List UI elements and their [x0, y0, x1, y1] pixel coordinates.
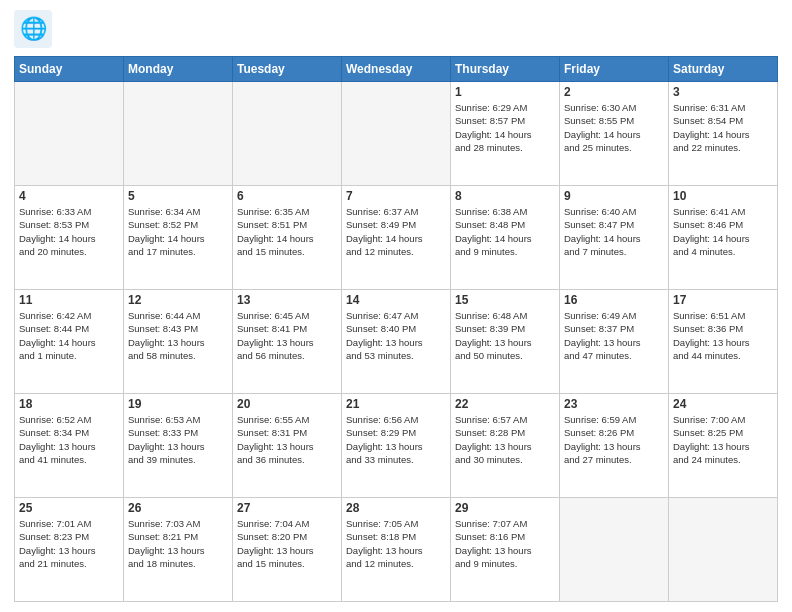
day-info: Sunrise: 6:45 AM Sunset: 8:41 PM Dayligh…	[237, 309, 337, 362]
calendar-cell: 17Sunrise: 6:51 AM Sunset: 8:36 PM Dayli…	[669, 290, 778, 394]
day-number: 17	[673, 293, 773, 307]
calendar-cell: 20Sunrise: 6:55 AM Sunset: 8:31 PM Dayli…	[233, 394, 342, 498]
calendar-cell: 3Sunrise: 6:31 AM Sunset: 8:54 PM Daylig…	[669, 82, 778, 186]
day-info: Sunrise: 6:48 AM Sunset: 8:39 PM Dayligh…	[455, 309, 555, 362]
day-info: Sunrise: 6:33 AM Sunset: 8:53 PM Dayligh…	[19, 205, 119, 258]
header: 🌐	[14, 10, 778, 52]
calendar-cell: 7Sunrise: 6:37 AM Sunset: 8:49 PM Daylig…	[342, 186, 451, 290]
logo: 🌐	[14, 10, 56, 52]
day-info: Sunrise: 6:31 AM Sunset: 8:54 PM Dayligh…	[673, 101, 773, 154]
day-info: Sunrise: 6:55 AM Sunset: 8:31 PM Dayligh…	[237, 413, 337, 466]
day-number: 13	[237, 293, 337, 307]
day-number: 24	[673, 397, 773, 411]
calendar-cell: 11Sunrise: 6:42 AM Sunset: 8:44 PM Dayli…	[15, 290, 124, 394]
calendar-cell: 18Sunrise: 6:52 AM Sunset: 8:34 PM Dayli…	[15, 394, 124, 498]
day-info: Sunrise: 6:51 AM Sunset: 8:36 PM Dayligh…	[673, 309, 773, 362]
calendar-cell	[124, 82, 233, 186]
day-number: 18	[19, 397, 119, 411]
weekday-header-tuesday: Tuesday	[233, 57, 342, 82]
calendar-cell: 16Sunrise: 6:49 AM Sunset: 8:37 PM Dayli…	[560, 290, 669, 394]
day-number: 16	[564, 293, 664, 307]
day-number: 19	[128, 397, 228, 411]
calendar-cell: 23Sunrise: 6:59 AM Sunset: 8:26 PM Dayli…	[560, 394, 669, 498]
day-info: Sunrise: 6:38 AM Sunset: 8:48 PM Dayligh…	[455, 205, 555, 258]
day-info: Sunrise: 6:56 AM Sunset: 8:29 PM Dayligh…	[346, 413, 446, 466]
day-info: Sunrise: 7:03 AM Sunset: 8:21 PM Dayligh…	[128, 517, 228, 570]
day-number: 4	[19, 189, 119, 203]
weekday-header-monday: Monday	[124, 57, 233, 82]
calendar-cell: 13Sunrise: 6:45 AM Sunset: 8:41 PM Dayli…	[233, 290, 342, 394]
week-row-1: 1Sunrise: 6:29 AM Sunset: 8:57 PM Daylig…	[15, 82, 778, 186]
calendar-cell	[669, 498, 778, 602]
day-info: Sunrise: 6:52 AM Sunset: 8:34 PM Dayligh…	[19, 413, 119, 466]
weekday-header-wednesday: Wednesday	[342, 57, 451, 82]
calendar-cell	[15, 82, 124, 186]
weekday-header-friday: Friday	[560, 57, 669, 82]
day-number: 1	[455, 85, 555, 99]
day-info: Sunrise: 6:35 AM Sunset: 8:51 PM Dayligh…	[237, 205, 337, 258]
day-info: Sunrise: 6:47 AM Sunset: 8:40 PM Dayligh…	[346, 309, 446, 362]
logo-icon: 🌐	[14, 10, 52, 48]
calendar-cell: 4Sunrise: 6:33 AM Sunset: 8:53 PM Daylig…	[15, 186, 124, 290]
calendar-cell: 19Sunrise: 6:53 AM Sunset: 8:33 PM Dayli…	[124, 394, 233, 498]
calendar-cell: 12Sunrise: 6:44 AM Sunset: 8:43 PM Dayli…	[124, 290, 233, 394]
day-number: 8	[455, 189, 555, 203]
calendar-cell: 27Sunrise: 7:04 AM Sunset: 8:20 PM Dayli…	[233, 498, 342, 602]
day-number: 26	[128, 501, 228, 515]
day-info: Sunrise: 7:05 AM Sunset: 8:18 PM Dayligh…	[346, 517, 446, 570]
calendar-cell: 24Sunrise: 7:00 AM Sunset: 8:25 PM Dayli…	[669, 394, 778, 498]
calendar-cell: 8Sunrise: 6:38 AM Sunset: 8:48 PM Daylig…	[451, 186, 560, 290]
calendar-cell: 9Sunrise: 6:40 AM Sunset: 8:47 PM Daylig…	[560, 186, 669, 290]
week-row-4: 18Sunrise: 6:52 AM Sunset: 8:34 PM Dayli…	[15, 394, 778, 498]
week-row-3: 11Sunrise: 6:42 AM Sunset: 8:44 PM Dayli…	[15, 290, 778, 394]
day-info: Sunrise: 7:07 AM Sunset: 8:16 PM Dayligh…	[455, 517, 555, 570]
day-number: 3	[673, 85, 773, 99]
day-number: 21	[346, 397, 446, 411]
day-info: Sunrise: 6:57 AM Sunset: 8:28 PM Dayligh…	[455, 413, 555, 466]
day-number: 22	[455, 397, 555, 411]
day-number: 20	[237, 397, 337, 411]
calendar-cell: 21Sunrise: 6:56 AM Sunset: 8:29 PM Dayli…	[342, 394, 451, 498]
day-number: 12	[128, 293, 228, 307]
calendar-cell: 28Sunrise: 7:05 AM Sunset: 8:18 PM Dayli…	[342, 498, 451, 602]
day-info: Sunrise: 6:29 AM Sunset: 8:57 PM Dayligh…	[455, 101, 555, 154]
calendar: SundayMondayTuesdayWednesdayThursdayFrid…	[14, 56, 778, 602]
day-number: 5	[128, 189, 228, 203]
calendar-cell: 15Sunrise: 6:48 AM Sunset: 8:39 PM Dayli…	[451, 290, 560, 394]
week-row-5: 25Sunrise: 7:01 AM Sunset: 8:23 PM Dayli…	[15, 498, 778, 602]
day-number: 6	[237, 189, 337, 203]
day-info: Sunrise: 6:30 AM Sunset: 8:55 PM Dayligh…	[564, 101, 664, 154]
calendar-cell: 29Sunrise: 7:07 AM Sunset: 8:16 PM Dayli…	[451, 498, 560, 602]
calendar-cell: 5Sunrise: 6:34 AM Sunset: 8:52 PM Daylig…	[124, 186, 233, 290]
day-number: 9	[564, 189, 664, 203]
svg-text:🌐: 🌐	[20, 15, 48, 42]
weekday-header-saturday: Saturday	[669, 57, 778, 82]
day-number: 29	[455, 501, 555, 515]
weekday-header-thursday: Thursday	[451, 57, 560, 82]
calendar-cell: 26Sunrise: 7:03 AM Sunset: 8:21 PM Dayli…	[124, 498, 233, 602]
weekday-header-sunday: Sunday	[15, 57, 124, 82]
day-info: Sunrise: 6:59 AM Sunset: 8:26 PM Dayligh…	[564, 413, 664, 466]
day-info: Sunrise: 6:40 AM Sunset: 8:47 PM Dayligh…	[564, 205, 664, 258]
day-info: Sunrise: 6:34 AM Sunset: 8:52 PM Dayligh…	[128, 205, 228, 258]
weekday-header-row: SundayMondayTuesdayWednesdayThursdayFrid…	[15, 57, 778, 82]
day-info: Sunrise: 6:42 AM Sunset: 8:44 PM Dayligh…	[19, 309, 119, 362]
day-info: Sunrise: 7:01 AM Sunset: 8:23 PM Dayligh…	[19, 517, 119, 570]
calendar-cell	[342, 82, 451, 186]
calendar-cell: 22Sunrise: 6:57 AM Sunset: 8:28 PM Dayli…	[451, 394, 560, 498]
day-number: 25	[19, 501, 119, 515]
day-info: Sunrise: 6:44 AM Sunset: 8:43 PM Dayligh…	[128, 309, 228, 362]
day-info: Sunrise: 6:41 AM Sunset: 8:46 PM Dayligh…	[673, 205, 773, 258]
week-row-2: 4Sunrise: 6:33 AM Sunset: 8:53 PM Daylig…	[15, 186, 778, 290]
day-number: 10	[673, 189, 773, 203]
day-number: 7	[346, 189, 446, 203]
calendar-cell: 6Sunrise: 6:35 AM Sunset: 8:51 PM Daylig…	[233, 186, 342, 290]
day-number: 15	[455, 293, 555, 307]
calendar-cell: 25Sunrise: 7:01 AM Sunset: 8:23 PM Dayli…	[15, 498, 124, 602]
day-number: 23	[564, 397, 664, 411]
day-number: 14	[346, 293, 446, 307]
day-number: 27	[237, 501, 337, 515]
calendar-cell: 2Sunrise: 6:30 AM Sunset: 8:55 PM Daylig…	[560, 82, 669, 186]
day-info: Sunrise: 7:00 AM Sunset: 8:25 PM Dayligh…	[673, 413, 773, 466]
page: 🌐 SundayMondayTuesdayWednesdayThursdayFr…	[0, 0, 792, 612]
